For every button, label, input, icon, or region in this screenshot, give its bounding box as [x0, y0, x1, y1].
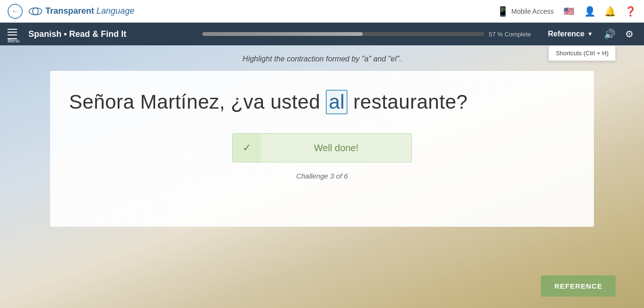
notifications-button[interactable]: 🔔 — [604, 6, 616, 17]
settings-button[interactable]: ⚙ — [620, 25, 638, 43]
logo: Transparent Language — [28, 6, 134, 16]
settings-icon: ⚙ — [625, 28, 634, 40]
reference-label: Reference — [548, 30, 584, 38]
secondary-nav: Menu Spanish • Read & Find It 57 % Compl… — [0, 23, 644, 45]
hamburger-line-2 — [8, 32, 17, 33]
sound-button[interactable]: 🔊 — [600, 25, 618, 43]
progress-bar-background — [202, 32, 484, 36]
instruction-area: Highlight the contraction formed by "a" … — [0, 45, 644, 71]
logo-bold: Transparent — [45, 6, 94, 16]
instruction-text: Highlight the contraction formed by "a" … — [243, 55, 401, 63]
flag-selector[interactable]: 🇺🇸 — [562, 7, 575, 16]
shortcuts-tooltip: Shortcuts (Ctrl + H) — [548, 45, 616, 61]
reference-button[interactable]: Reference ▼ — [540, 30, 600, 38]
sentence-area: Señora Martínez, ¿va usted al restaurant… — [69, 90, 575, 114]
reference-bottom-button[interactable]: REFERENCE — [541, 275, 616, 297]
lesson-title: Spanish • Read & Find It — [25, 29, 193, 39]
hamburger-line-3 — [8, 34, 17, 35]
nav-right-icons: 🔊 ⚙ — [600, 25, 644, 43]
chevron-down-icon: ▼ — [587, 31, 593, 37]
challenge-progress: Challenge 3 of 6 — [69, 172, 575, 180]
reference-bottom-label: REFERENCE — [554, 282, 602, 290]
hamburger-line-1 — [8, 29, 17, 30]
help-icon: ❓ — [625, 6, 636, 17]
top-nav-left: ← Transparent Language — [8, 4, 134, 19]
sound-icon: 🔊 — [604, 28, 616, 40]
mobile-icon: 📱 — [497, 6, 509, 17]
menu-button[interactable]: Menu — [0, 29, 25, 39]
progress-area: 57 % Complete — [193, 31, 540, 38]
shortcuts-text: Shortcuts (Ctrl + H) — [556, 50, 609, 57]
logo-text: Transparent Language — [45, 6, 134, 16]
svg-point-1 — [33, 8, 38, 15]
back-icon: ← — [11, 7, 19, 16]
bell-icon: 🔔 — [604, 6, 616, 17]
top-nav-right: 📱 Mobile Access 🇺🇸 👤 🔔 ❓ — [497, 6, 636, 17]
highlighted-word[interactable]: al — [326, 90, 348, 114]
person-icon: 👤 — [584, 6, 596, 17]
menu-label: Menu — [8, 38, 17, 39]
checkmark-icon: ✓ — [233, 134, 261, 162]
flag-icon: 🇺🇸 — [562, 7, 575, 16]
top-nav: ← Transparent Language 📱 Mobile Access 🇺… — [0, 0, 644, 23]
help-button[interactable]: ❓ — [625, 6, 636, 17]
well-done-label: Well done! — [261, 143, 411, 154]
sentence-after: restaurante? — [348, 91, 468, 113]
mobile-access-label: Mobile Access — [512, 8, 554, 15]
sentence-before: Señora Martínez, ¿va usted — [69, 91, 326, 113]
logo-icon — [28, 7, 43, 16]
back-button[interactable]: ← — [8, 4, 23, 19]
progress-bar-fill — [202, 32, 363, 36]
progress-label: 57 % Complete — [489, 31, 531, 38]
logo-italic: Language — [96, 6, 134, 16]
main-card: Señora Martínez, ¿va usted al restaurant… — [50, 71, 594, 227]
user-profile-button[interactable]: 👤 — [584, 6, 596, 17]
well-done-button[interactable]: ✓ Well done! — [232, 133, 412, 163]
svg-point-0 — [29, 8, 42, 15]
mobile-access-link[interactable]: 📱 Mobile Access — [497, 6, 554, 17]
